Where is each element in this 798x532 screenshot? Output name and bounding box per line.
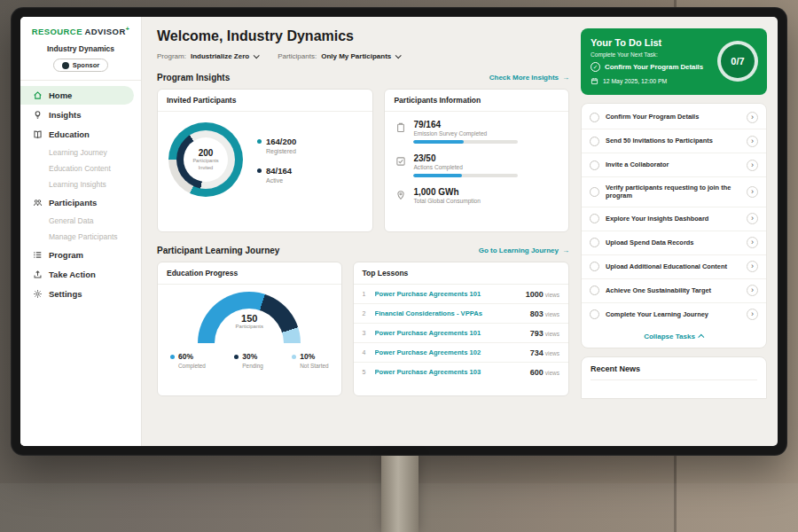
sidebar-item-program[interactable]: Program — [20, 246, 134, 264]
lightbulb-icon — [33, 110, 43, 120]
sidebar-item-home[interactable]: Home — [20, 86, 134, 105]
card-title: Invited Participants — [158, 90, 372, 112]
arrow-right-icon: → — [562, 74, 569, 82]
chevron-right-icon[interactable]: › — [747, 186, 758, 198]
chevron-right-icon[interactable]: › — [747, 213, 758, 224]
task-row[interactable]: Explore Your Insights Dashboard › — [582, 207, 766, 231]
lesson-views-word: views — [545, 370, 559, 376]
sidebar-item-general-data[interactable]: General Data — [20, 213, 141, 229]
stat-value: 23/50 — [413, 153, 558, 163]
progress-fill — [413, 140, 464, 144]
sidebar-item-take-action[interactable]: Take Action — [20, 265, 134, 284]
chevron-right-icon[interactable]: › — [747, 285, 758, 296]
progress-bar — [413, 140, 518, 144]
todo-tasks-card: Confirm Your Program Details › Send 50 I… — [581, 103, 767, 348]
sidebar-item-education-content[interactable]: Education Content — [20, 160, 141, 176]
task-row[interactable]: Confirm Your Program Details › — [582, 106, 766, 129]
task-row[interactable]: Complete Your Learning Journey › — [582, 303, 766, 326]
sidebar-item-learning-journey[interactable]: Learning Journey — [20, 145, 141, 160]
legend-label: Not Started — [300, 363, 328, 369]
donut-legend: 164/200 Registered 84/164 Active — [257, 137, 296, 184]
task-checkbox[interactable] — [590, 309, 599, 319]
chevron-right-icon[interactable]: › — [747, 112, 758, 123]
task-label: Achieve One Sustainability Target — [606, 286, 740, 295]
sponsor-badge[interactable]: Sponsor — [53, 59, 108, 72]
collapse-tasks-button[interactable]: Collapse Tasks — [582, 326, 766, 346]
participants-filter-dropdown[interactable]: Only My Participants — [321, 52, 400, 60]
legend-value: 30% — [242, 352, 257, 361]
lesson-link[interactable]: Power Purchase Agreements 103 — [375, 368, 523, 376]
task-checkbox[interactable] — [590, 160, 599, 170]
check-more-insights-link[interactable]: Check More Insights → — [489, 74, 569, 82]
check-glyph: ✓ — [593, 64, 598, 71]
lesson-views-word: views — [545, 292, 559, 298]
task-checkbox[interactable] — [590, 214, 599, 223]
lesson-row[interactable]: 3 Power Purchase Agreements 101 793views — [354, 324, 568, 343]
sidebar-item-education[interactable]: Education — [20, 125, 134, 144]
chevron-glyph: › — [751, 262, 754, 270]
progress-fill — [413, 174, 461, 177]
task-checkbox[interactable] — [590, 262, 599, 271]
lesson-views-value: 600 — [530, 368, 544, 377]
lesson-link[interactable]: Financial Considerations - VPPAs — [375, 309, 523, 317]
chevron-right-icon[interactable]: › — [747, 261, 758, 272]
task-row[interactable]: Invite a Collaborator › — [582, 153, 766, 177]
sidebar-item-participants[interactable]: Participants — [20, 193, 134, 212]
chevron-right-icon[interactable]: › — [747, 309, 758, 320]
program-filter-dropdown[interactable]: Industrialize Zero — [191, 52, 258, 60]
people-icon — [33, 198, 43, 207]
legend-label: Pending — [242, 363, 262, 369]
lesson-row[interactable]: 5 Power Purchase Agreements 103 600views — [354, 363, 568, 381]
go-to-learning-journey-link[interactable]: Go to Learning Journey → — [479, 246, 569, 254]
task-checkbox[interactable] — [590, 238, 599, 247]
task-checkbox[interactable] — [590, 286, 599, 295]
task-label: Upload Spend Data Records — [606, 239, 740, 247]
lesson-link[interactable]: Power Purchase Agreements 101 — [375, 329, 523, 337]
legend-value: 84/164 — [266, 166, 292, 176]
task-label: Complete Your Learning Journey — [606, 310, 740, 319]
logo-plus: + — [126, 26, 130, 32]
location-pin-icon — [395, 188, 406, 200]
todo-next-task[interactable]: ✓ Confirm Your Program Details — [591, 62, 715, 72]
lesson-link[interactable]: Power Purchase Agreements 101 — [375, 290, 519, 298]
chevron-right-icon[interactable]: › — [747, 160, 758, 171]
task-row[interactable]: Send 50 Invitations to Participants › — [582, 129, 766, 153]
task-label: Invite a Collaborator — [606, 160, 740, 169]
stat-value: 79/164 — [413, 120, 558, 129]
gear-icon — [33, 289, 43, 299]
lesson-link[interactable]: Power Purchase Agreements 102 — [375, 348, 523, 356]
task-checkbox[interactable] — [590, 137, 599, 146]
chevron-right-icon[interactable]: › — [747, 136, 758, 147]
stat-global-consumption: 1,000 GWh Total Global Consumption — [395, 187, 558, 204]
task-row[interactable]: Upload Additional Educational Content › — [582, 255, 766, 279]
sidebar-item-settings[interactable]: Settings — [20, 285, 134, 303]
lesson-rank: 3 — [363, 330, 368, 336]
task-label: Send 50 Invitations to Participants — [606, 137, 740, 145]
legend-item-pending: 30% Pending — [234, 352, 262, 369]
logo-secondary: ADVISOR — [85, 27, 126, 36]
lesson-views-word: views — [545, 311, 559, 317]
sidebar-item-manage-participants[interactable]: Manage Participants — [20, 229, 141, 245]
task-row[interactable]: Verify participants requesting to join t… — [582, 177, 766, 207]
program-filter: Program: Industrialize Zero — [157, 52, 258, 60]
task-checkbox[interactable] — [590, 187, 599, 197]
stat-value: 1,000 GWh — [413, 187, 558, 197]
task-checkbox[interactable] — [590, 113, 599, 122]
lesson-row[interactable]: 4 Power Purchase Agreements 102 734views — [354, 343, 568, 363]
lesson-row[interactable]: 1 Power Purchase Agreements 101 1000view… — [354, 285, 568, 304]
chevron-glyph: › — [751, 113, 754, 121]
lesson-row[interactable]: 2 Financial Considerations - VPPAs 803vi… — [354, 304, 568, 324]
sidebar-item-insights[interactable]: Insights — [20, 106, 134, 124]
task-row[interactable]: Upload Spend Data Records › — [582, 231, 766, 255]
participants-information-card: Participants Information 79/164 Emission… — [384, 89, 569, 232]
dashboard-screen: RESOURCE ADVISOR+ Industry Dynamics Spon… — [20, 17, 778, 446]
program-insights-cards: Invited Participants 200 Participants In… — [157, 89, 569, 232]
chevron-right-icon[interactable]: › — [747, 237, 758, 248]
sidebar-item-learning-insights[interactable]: Learning Insights — [20, 176, 141, 192]
logo-primary: RESOURCE — [32, 27, 82, 36]
task-row[interactable]: Achieve One Sustainability Target › — [582, 279, 766, 303]
monitor-stand — [381, 456, 419, 532]
lesson-views-value: 793 — [530, 329, 544, 338]
sidebar-item-label: Home — [49, 90, 72, 100]
lesson-views-value: 1000 — [526, 290, 544, 299]
